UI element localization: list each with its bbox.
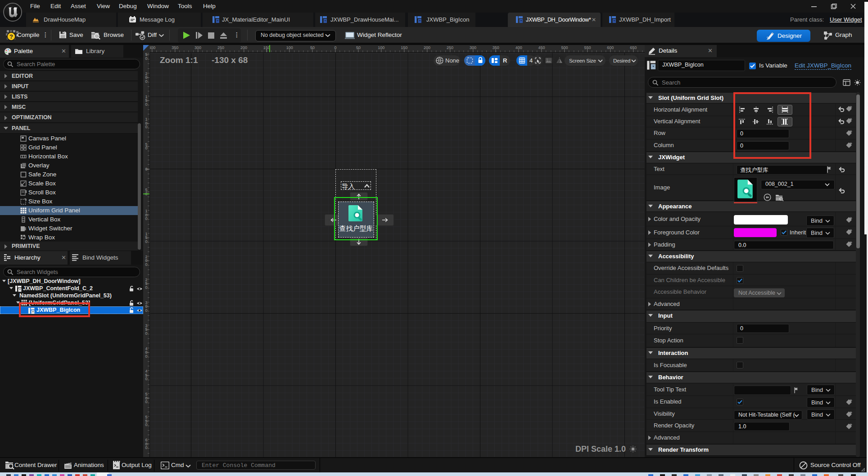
- svg-text:?: ?: [9, 33, 13, 40]
